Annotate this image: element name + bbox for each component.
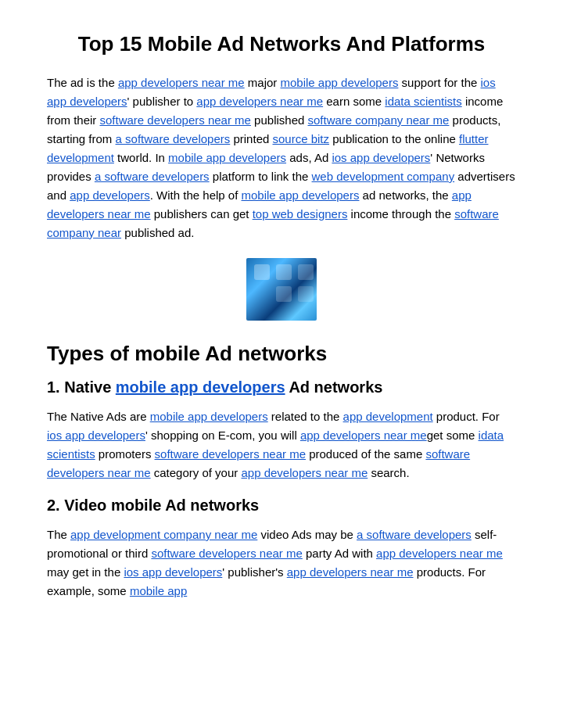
intro-paragraph: The ad is the app developers near me maj… [47, 74, 516, 242]
subsection-title-native: 1. Native mobile app developers Ad netwo… [47, 378, 516, 396]
link-software-company-near-me-1[interactable]: software company near me [308, 113, 450, 127]
link-idata-scientists-1[interactable]: idata scientists [385, 95, 461, 108]
native-paragraph: The Native Ads are mobile app developers… [47, 407, 516, 482]
link-mobile-app-bottom[interactable]: mobile app [130, 584, 187, 597]
link-mobile-app-developers-3[interactable]: mobile app developers [242, 188, 360, 202]
video-paragraph: The app development company near me vide… [47, 525, 516, 601]
link-mobile-app-developers-4[interactable]: mobile app developers [150, 410, 268, 423]
link-top-web-designers[interactable]: top web designers [253, 207, 348, 221]
link-a-software-developers-3[interactable]: a software developers [357, 528, 472, 541]
link-software-developers-near-me-2[interactable]: software developers near me [155, 447, 306, 461]
link-mobile-app-developers-2[interactable]: mobile app developers [168, 151, 286, 164]
link-web-development-company[interactable]: web development company [312, 170, 455, 183]
link-software-developers-near-me-4[interactable]: software developers near me [151, 547, 302, 560]
link-mobile-app-developers-1[interactable]: mobile app developers [281, 76, 399, 89]
link-app-developers-near-me-6[interactable]: app developers near me [376, 547, 503, 560]
link-app-developers-1[interactable]: app developers [70, 188, 150, 202]
image-container [47, 258, 516, 323]
subsection-video: 2. Video mobile Ad networks The app deve… [47, 497, 516, 601]
link-app-development-company-near-me[interactable]: app development company near me [70, 528, 257, 541]
link-software-developers-near-me-1[interactable]: software developers near me [100, 113, 251, 127]
link-ios-app-developers-3[interactable]: ios app developers [47, 429, 145, 442]
section-title-types: Types of mobile Ad networks [47, 342, 516, 366]
page-title: Top 15 Mobile Ad Networks And Platforms [47, 31, 516, 58]
section-types: Types of mobile Ad networks 1. Native mo… [47, 342, 516, 601]
page-container: Top 15 Mobile Ad Networks And Platforms … [0, 0, 563, 646]
link-app-developers-near-me-1[interactable]: app developers near me [118, 76, 245, 89]
link-app-development[interactable]: app development [343, 410, 433, 423]
subsection-native: 1. Native mobile app developers Ad netwo… [47, 378, 516, 482]
mobile-apps-image [246, 258, 317, 321]
link-ios-app-developers-2[interactable]: ios app developers [332, 151, 430, 164]
subsection-title-video: 2. Video mobile Ad networks [47, 497, 516, 515]
link-app-developers-near-me-2[interactable]: app developers near me [196, 95, 323, 108]
link-app-developers-near-me-4[interactable]: app developers near me [300, 429, 427, 442]
link-a-software-developers-2[interactable]: a software developers [95, 170, 210, 183]
link-a-software-developers-1[interactable]: a software developers [116, 132, 231, 145]
link-source-bitz[interactable]: source bitz [272, 132, 329, 145]
link-app-developers-near-me-5[interactable]: app developers near me [241, 466, 368, 479]
link-mobile-app-developers-native[interactable]: mobile app developers [116, 378, 285, 396]
link-ios-app-developers-4[interactable]: ios app developers [124, 565, 222, 579]
link-app-developers-near-me-7[interactable]: app developers near me [287, 565, 414, 579]
